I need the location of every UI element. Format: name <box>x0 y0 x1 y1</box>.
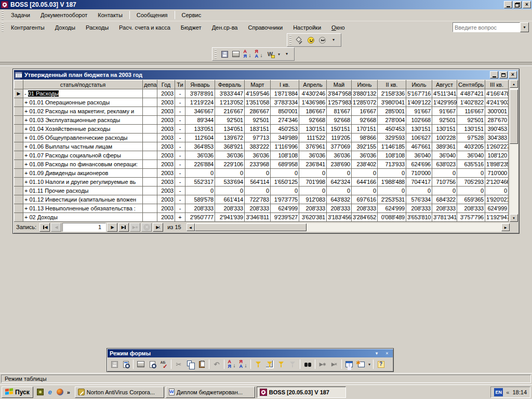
value-cell[interactable]: 2'253'531 <box>378 195 406 204</box>
value-cell[interactable]: 92'668 <box>352 116 378 125</box>
value-cell[interactable]: 0 <box>352 169 378 178</box>
value-cell[interactable]: 376'961 <box>299 142 327 151</box>
column-header[interactable]: Февраль <box>215 81 245 89</box>
help-button[interactable]: ? <box>375 358 387 370</box>
value-cell[interactable]: 552'317 <box>185 178 215 187</box>
row-selector[interactable] <box>15 134 23 142</box>
year-cell[interactable]: 2003 <box>157 187 175 195</box>
row-selector[interactable] <box>15 107 23 116</box>
menu-item[interactable]: Настройки <box>288 23 326 32</box>
type-cell[interactable]: - <box>175 142 185 151</box>
menu-item[interactable]: Окно <box>326 23 350 32</box>
year-cell[interactable]: 2003 <box>157 169 175 178</box>
print-preview-button[interactable] <box>147 358 158 370</box>
value-cell[interactable]: 1'898'235 <box>485 160 509 169</box>
media-player-icon[interactable] <box>57 389 63 395</box>
article-cell[interactable]: + 01.11 Прочие расходы <box>23 187 143 195</box>
department-cell[interactable] <box>143 213 157 222</box>
value-cell[interactable]: 36'036 <box>327 151 352 160</box>
department-cell[interactable] <box>143 169 157 178</box>
article-cell[interactable]: + 01.12 Инвестиции (капитальные вложен <box>23 195 143 204</box>
type-cell[interactable]: - <box>175 160 185 169</box>
toolbar-grip[interactable] <box>2 10 4 20</box>
value-cell[interactable]: 0 <box>457 187 485 195</box>
value-cell[interactable]: 92'668 <box>327 116 352 125</box>
value-cell[interactable]: 1'257'983 <box>327 98 352 107</box>
value-cell[interactable]: 0 <box>432 187 457 195</box>
value-cell[interactable]: 377'069 <box>327 142 352 151</box>
value-cell[interactable]: 1'650'125 <box>271 178 299 187</box>
column-header[interactable]: Март <box>245 81 271 89</box>
value-cell[interactable]: 208'333 <box>352 204 378 213</box>
app-icon[interactable] <box>1 1 8 8</box>
child-close-button[interactable]: × <box>509 71 517 78</box>
value-cell[interactable]: 2'120'466 <box>485 178 509 187</box>
goto-record-button[interactable]: ▶!. <box>153 223 163 232</box>
print-button[interactable] <box>135 358 147 370</box>
save-button[interactable] <box>219 48 230 60</box>
value-cell[interactable]: 0 <box>485 187 509 195</box>
value-cell[interactable]: 0 <box>215 169 245 178</box>
column-header[interactable]: Май <box>327 81 352 89</box>
value-cell[interactable]: 533'694 <box>215 178 245 187</box>
value-cell[interactable]: 1'973'775 <box>271 195 299 204</box>
value-cell[interactable]: 0 <box>185 169 215 178</box>
value-cell[interactable]: 150'151 <box>327 125 352 134</box>
toolbar-options-icon[interactable]: ▾ <box>373 351 380 356</box>
value-cell[interactable]: 624'999 <box>485 204 509 213</box>
year-cell[interactable]: 2003 <box>157 160 175 169</box>
article-cell[interactable]: + 01.08 Расходы по финансовым операци: <box>23 160 143 169</box>
next-record-button[interactable]: ▶ <box>107 223 117 232</box>
department-cell[interactable] <box>143 160 157 169</box>
filter-by-form-button[interactable] <box>264 358 275 370</box>
child-minimize-button[interactable] <box>490 71 498 78</box>
value-cell[interactable]: 170'151 <box>352 125 378 134</box>
column-header[interactable]: Ти <box>175 81 185 89</box>
year-cell[interactable]: 2003 <box>157 213 175 222</box>
form-toolbar-titlebar[interactable]: Режим формы ▾ × <box>108 349 393 357</box>
value-cell[interactable]: 624'999 <box>378 204 406 213</box>
value-cell[interactable]: 286'667 <box>245 107 271 116</box>
value-cell[interactable]: 226'884 <box>185 160 215 169</box>
database-window-button[interactable] <box>343 358 355 370</box>
value-cell[interactable]: 0 <box>378 187 406 195</box>
value-cell[interactable]: 364'853 <box>185 142 215 151</box>
year-cell[interactable]: 2003 <box>157 195 175 204</box>
value-cell[interactable]: 0 <box>378 169 406 178</box>
value-cell[interactable]: 0 <box>299 169 327 178</box>
year-cell[interactable]: 2003 <box>157 142 175 151</box>
value-cell[interactable]: 3'783'334 <box>271 98 299 107</box>
value-cell[interactable]: 390'453 <box>485 125 509 134</box>
vertical-scroll-thumb[interactable] <box>510 89 518 144</box>
row-selector[interactable] <box>15 98 23 107</box>
value-cell[interactable]: 92'501 <box>457 116 485 125</box>
value-cell[interactable]: 208'333 <box>185 204 215 213</box>
new-record-button[interactable]: ▶∗ <box>130 223 140 232</box>
article-cell[interactable]: + 02 Доходы <box>23 213 143 222</box>
value-cell[interactable]: 2'158'336 <box>378 89 406 98</box>
value-cell[interactable]: 3'833'447 <box>215 89 245 98</box>
value-cell[interactable]: 236'841 <box>299 160 327 169</box>
column-header[interactable]: Август <box>432 81 457 89</box>
chevron-more-icon[interactable]: » <box>67 389 70 395</box>
type-cell[interactable]: - <box>175 98 185 107</box>
value-cell[interactable]: 392'155 <box>352 142 378 151</box>
value-cell[interactable]: 4'511'341 <box>432 89 457 98</box>
value-cell[interactable]: 36'036 <box>245 151 271 160</box>
value-cell[interactable]: 183'151 <box>245 125 271 134</box>
value-cell[interactable]: 3'880'132 <box>352 89 378 98</box>
value-cell[interactable]: 0 <box>327 169 352 178</box>
value-cell[interactable]: 274'346 <box>271 116 299 125</box>
value-cell[interactable]: 635'516 <box>457 160 485 169</box>
dropdown-arrow-icon[interactable]: ▾ <box>278 52 280 57</box>
department-cell[interactable] <box>143 151 157 160</box>
value-cell[interactable]: 278'004 <box>378 116 406 125</box>
year-cell[interactable]: 2003 <box>157 134 175 142</box>
value-cell[interactable]: 850'001 <box>271 107 299 116</box>
value-cell[interactable]: 701'998 <box>299 178 327 187</box>
last-record-button[interactable]: ▶ <box>118 223 129 232</box>
department-cell[interactable] <box>143 142 157 151</box>
value-cell[interactable]: 81'667 <box>327 107 352 116</box>
toolbar-close-icon[interactable]: × <box>383 351 391 356</box>
value-cell[interactable]: 208'333 <box>245 204 271 213</box>
